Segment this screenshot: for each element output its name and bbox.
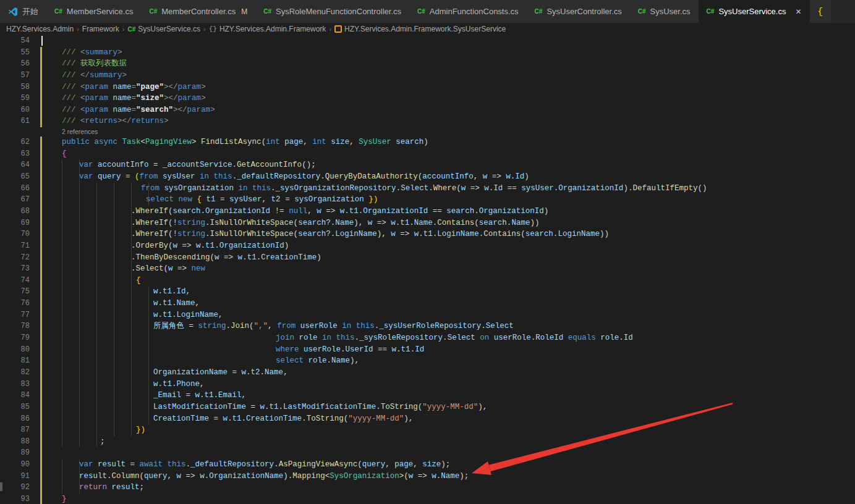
line-number[interactable]: 68 xyxy=(0,206,30,217)
line-number[interactable]: 82 xyxy=(0,367,30,379)
code-line[interactable]: 90var result = await this._defaultReposi… xyxy=(0,459,855,471)
line-number[interactable]: 84 xyxy=(0,390,30,401)
line-number[interactable]: 86 xyxy=(0,413,30,425)
code-line[interactable]: 57/// </summary> xyxy=(0,70,855,82)
line-number[interactable]: 81 xyxy=(0,355,30,367)
code-editor[interactable]: 5455/// <summary>56/// 获取列表数据57/// </sum… xyxy=(0,35,855,504)
code-line[interactable]: 59/// <param name="size"></param> xyxy=(0,93,855,104)
code-line[interactable]: 68.WhereIf(search.OrganizationId != null… xyxy=(0,206,855,217)
code-line[interactable]: 69.WhereIf(!string.IsNullOrWhiteSpace(se… xyxy=(0,217,855,229)
line-number[interactable]: 66 xyxy=(0,183,30,195)
tab-memberservice.cs[interactable]: C#MemberService.cs xyxy=(46,0,141,23)
line-number[interactable]: 79 xyxy=(0,332,30,344)
line-number[interactable]: 75 xyxy=(0,286,30,298)
code-line[interactable]: 91result.Column(query, w => w.Organizati… xyxy=(0,471,855,482)
tab-sysusercontroller.cs[interactable]: C#SysUserController.cs xyxy=(527,0,630,23)
code-line[interactable]: 63{ xyxy=(0,148,855,160)
code-line[interactable]: 93} xyxy=(0,494,855,504)
code-line[interactable]: 67select new { t1 = sysUser, t2 = sysOrg… xyxy=(0,194,855,206)
codelens-row[interactable]: 2 references xyxy=(0,127,855,136)
line-number[interactable]: 80 xyxy=(0,344,30,356)
code-line[interactable]: 72.ThenByDescending(w => w.t1.CreationTi… xyxy=(0,252,855,264)
line-number[interactable]: 72 xyxy=(0,252,30,264)
code-line[interactable]: 77w.t1.LoginName, xyxy=(0,309,855,321)
tab-开始[interactable]: 开始 xyxy=(0,0,46,23)
line-number[interactable]: 61 xyxy=(0,116,30,127)
line-number[interactable]: 57 xyxy=(0,70,30,82)
code-line[interactable]: 75w.t1.Id, xyxy=(0,286,855,298)
code-line[interactable]: 55/// <summary> xyxy=(0,47,855,59)
tab-adminfunctionconsts.cs[interactable]: C#AdminFunctionConsts.cs xyxy=(409,0,527,23)
line-number[interactable]: 69 xyxy=(0,217,30,229)
breadcrumb-item[interactable]: C#SysUserService.cs xyxy=(128,25,200,33)
code-line[interactable]: 76w.t1.Name, xyxy=(0,298,855,309)
line-number[interactable]: 90 xyxy=(0,459,30,471)
code-line[interactable]: 92return result; xyxy=(0,482,855,494)
line-number[interactable]: 64 xyxy=(0,159,30,171)
line-number[interactable]: 67 xyxy=(0,194,30,206)
breadcrumb-item[interactable]: HZY.Services.Admin.Framework.SysUserServ… xyxy=(334,25,506,33)
line-number[interactable]: 70 xyxy=(0,229,30,240)
line-number[interactable]: 85 xyxy=(0,401,30,413)
breadcrumb-item[interactable]: Framework xyxy=(82,25,119,33)
line-number[interactable]: 73 xyxy=(0,263,30,275)
line-number[interactable]: 59 xyxy=(0,93,30,104)
code-line[interactable]: 87}) xyxy=(0,424,855,436)
code-line[interactable]: 60/// <param name="search"></param> xyxy=(0,104,855,116)
code-line[interactable]: 79join role in this._sysRoleRepository.S… xyxy=(0,332,855,344)
line-number[interactable]: 56 xyxy=(0,58,30,70)
code-line[interactable]: 78所属角色 = string.Join(",", from userRole … xyxy=(0,321,855,332)
line-number[interactable]: 58 xyxy=(0,82,30,93)
line-number[interactable]: 88 xyxy=(0,436,30,448)
tab-membercontroller.cs[interactable]: C#MemberController.csM xyxy=(141,0,255,23)
code-line[interactable]: 89 xyxy=(0,447,855,459)
line-number[interactable]: 78 xyxy=(0,321,30,332)
code-line[interactable]: 61/// <returns></returns> xyxy=(0,116,855,127)
code-line[interactable]: 83w.t1.Phone, xyxy=(0,379,855,390)
line-number[interactable]: 65 xyxy=(0,171,30,183)
tab-sysuser.cs[interactable]: C#SysUser.cs xyxy=(630,0,699,23)
code-line[interactable]: 62public async Task<PagingView> FindList… xyxy=(0,136,855,148)
modified-change-bar xyxy=(40,471,42,482)
line-number[interactable]: 87 xyxy=(0,424,30,436)
line-number[interactable]: 71 xyxy=(0,240,30,252)
code-line[interactable]: 80where userRole.UserId == w.t1.Id xyxy=(0,344,855,356)
code-line[interactable]: 86CreationTime = w.t1.CreationTime.ToStr… xyxy=(0,413,855,425)
line-number[interactable]: 60 xyxy=(0,104,30,116)
line-number[interactable]: 63 xyxy=(0,148,30,160)
code-line[interactable]: 85LastModificationTime = w.t1.LastModifi… xyxy=(0,401,855,413)
code-line[interactable]: 74{ xyxy=(0,275,855,287)
tab-label: MemberService.cs xyxy=(67,7,134,16)
code-line[interactable]: 81select role.Name), xyxy=(0,355,855,367)
code-line[interactable]: 64var accountInfo = _accountService.GetA… xyxy=(0,159,855,171)
line-number[interactable]: 74 xyxy=(0,275,30,287)
code-line[interactable]: 70.WhereIf(!string.IsNullOrWhiteSpace(se… xyxy=(0,229,855,240)
line-number[interactable]: 91 xyxy=(0,471,30,482)
tab-{[interactable]: { xyxy=(810,0,831,23)
breadcrumb-item[interactable]: {}HZY.Services.Admin.Framework xyxy=(209,25,326,33)
code-line[interactable]: 73.Select(w => new xyxy=(0,263,855,275)
tab-sysrolemenufunctioncontroller.cs[interactable]: C#SysRoleMenuFunctionController.cs xyxy=(255,0,409,23)
code-line[interactable]: 84_Email = w.t1.Email, xyxy=(0,390,855,401)
line-number[interactable]: 76 xyxy=(0,298,30,309)
code-line[interactable]: 88; xyxy=(0,436,855,448)
line-number[interactable]: 92 xyxy=(0,482,30,494)
codelens-label[interactable]: 2 references xyxy=(62,128,98,135)
code-line[interactable]: 71.OrderBy(w => w.t1.OrganizationId) xyxy=(0,240,855,252)
code-line[interactable]: 82OrganizationName = w.t2.Name, xyxy=(0,367,855,379)
line-number[interactable]: 83 xyxy=(0,379,30,390)
line-number[interactable]: 77 xyxy=(0,309,30,321)
code-line[interactable]: 56/// 获取列表数据 xyxy=(0,58,855,70)
breadcrumb-item[interactable]: HZY.Services.Admin xyxy=(6,25,74,33)
code-line[interactable]: 66from sysOrganization in this._sysOrgan… xyxy=(0,183,855,195)
line-number[interactable]: 62 xyxy=(0,136,30,148)
code-line[interactable]: 54 xyxy=(0,35,855,47)
tab-sysuserservice.cs[interactable]: C#SysUserService.cs✕ xyxy=(699,0,810,23)
code-line[interactable]: 65var query = (from sysUser in this._def… xyxy=(0,171,855,183)
close-icon[interactable]: ✕ xyxy=(795,7,801,16)
code-line[interactable]: 58/// <param name="page"></param> xyxy=(0,82,855,93)
line-number[interactable]: 93 xyxy=(0,494,30,504)
line-number[interactable]: 54 xyxy=(0,35,30,47)
line-number[interactable]: 55 xyxy=(0,47,30,59)
line-number[interactable]: 89 xyxy=(0,447,30,459)
